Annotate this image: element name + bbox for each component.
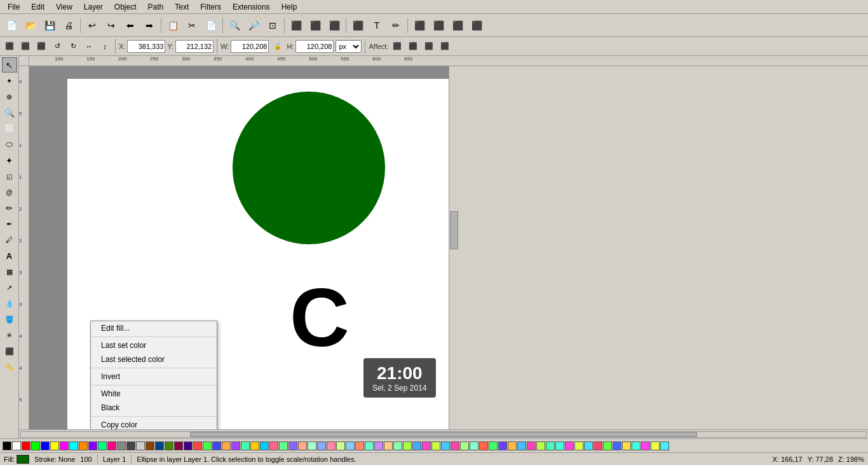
palette-swatch-26[interactable]: [250, 441, 259, 450]
menu-edit[interactable]: Edit: [26, 1, 50, 13]
palette-swatch-35[interactable]: [336, 441, 345, 450]
palette-swatch-1[interactable]: [12, 441, 21, 450]
palette-swatch-18[interactable]: [174, 441, 183, 450]
save-button[interactable]: 💾: [41, 17, 58, 34]
palette-swatch-29[interactable]: [279, 441, 288, 450]
lock-ratio-btn[interactable]: 🔒: [271, 39, 285, 53]
y-input[interactable]: [175, 40, 214, 53]
color-picker-tb-button[interactable]: ⬛: [468, 17, 485, 34]
palette-swatch-17[interactable]: [165, 441, 173, 450]
palette-swatch-8[interactable]: [79, 441, 88, 450]
palette-swatch-49[interactable]: [470, 441, 478, 450]
palette-swatch-0[interactable]: [3, 441, 11, 450]
select-all-btn[interactable]: ⬛: [3, 39, 17, 53]
palette-swatch-25[interactable]: [241, 441, 250, 450]
palette-swatch-58[interactable]: [555, 441, 564, 450]
new-button[interactable]: 📄: [3, 17, 20, 34]
flip-v-btn[interactable]: ↕: [98, 39, 112, 53]
palette-swatch-46[interactable]: [441, 441, 450, 450]
palette-swatch-64[interactable]: [613, 441, 621, 450]
palette-swatch-13[interactable]: [126, 441, 135, 450]
palette-swatch-19[interactable]: [184, 441, 193, 450]
palette-swatch-36[interactable]: [346, 441, 355, 450]
palette-swatch-9[interactable]: [88, 441, 97, 450]
affect-btn4[interactable]: ⬛: [438, 39, 452, 53]
node-tool[interactable]: ✦: [2, 73, 17, 88]
x-input[interactable]: [127, 40, 165, 53]
connector-tool[interactable]: ↗: [2, 280, 17, 295]
cm-black[interactable]: Black: [91, 401, 217, 415]
scrollbar-vertical[interactable]: [449, 66, 869, 429]
palette-swatch-28[interactable]: [269, 441, 278, 450]
h-input[interactable]: [295, 40, 334, 53]
cm-copy-color[interactable]: Copy color: [91, 418, 217, 429]
palette-swatch-3[interactable]: [31, 441, 40, 450]
palette-swatch-23[interactable]: [222, 441, 231, 450]
scrollbar-horizontal[interactable]: [19, 429, 868, 438]
unit-select[interactable]: pxmmcmin: [336, 40, 362, 53]
scrollbar-h-track[interactable]: [20, 431, 867, 438]
text-tool-button[interactable]: ✏: [387, 17, 405, 34]
marker-button[interactable]: ⬛: [410, 17, 428, 34]
select-tool[interactable]: ↖: [2, 57, 17, 73]
palette-swatch-42[interactable]: [403, 441, 412, 450]
spiral-tool[interactable]: @: [2, 184, 17, 200]
tweak-tool[interactable]: ⊕: [2, 89, 17, 104]
transform-button[interactable]: ⬛: [287, 17, 305, 34]
measure-button[interactable]: ⬛: [449, 17, 466, 34]
spray-tool[interactable]: ✳: [2, 328, 17, 343]
palette-swatch-52[interactable]: [498, 441, 507, 450]
fill-color-box[interactable]: [17, 455, 29, 464]
palette-swatch-2[interactable]: [22, 441, 31, 450]
palette-swatch-4[interactable]: [41, 441, 50, 450]
print-button[interactable]: 🖨: [60, 17, 78, 34]
zoom-out-button[interactable]: 🔎: [245, 17, 262, 34]
palette-swatch-68[interactable]: [651, 441, 660, 450]
palette-swatch-51[interactable]: [489, 441, 498, 450]
palette-swatch-39[interactable]: [374, 441, 383, 450]
eraser-tool[interactable]: ⬛: [2, 344, 17, 359]
dropper-tool[interactable]: 💧: [2, 296, 17, 311]
zoom-fit-button[interactable]: ⊡: [264, 17, 281, 34]
palette-swatch-63[interactable]: [603, 441, 612, 450]
palette-swatch-57[interactable]: [546, 441, 555, 450]
forward-button[interactable]: ➡: [140, 17, 158, 34]
palette-swatch-50[interactable]: [479, 441, 488, 450]
palette-swatch-54[interactable]: [517, 441, 526, 450]
affect-btn2[interactable]: ⬛: [406, 39, 420, 53]
star-tool[interactable]: ✦: [2, 153, 17, 168]
undo-button[interactable]: ↩: [83, 17, 101, 34]
circle-c[interactable]: [233, 92, 385, 244]
palette-swatch-40[interactable]: [384, 441, 393, 450]
back-button[interactable]: ⬅: [121, 17, 139, 34]
open-button[interactable]: 📂: [22, 17, 39, 34]
w-input[interactable]: [231, 40, 269, 53]
menu-file[interactable]: File: [3, 1, 25, 13]
cm-edit-fill[interactable]: Edit fill...: [91, 321, 217, 335]
cm-white[interactable]: White: [91, 387, 217, 401]
palette-swatch-21[interactable]: [203, 441, 212, 450]
measure-tool[interactable]: 📏: [2, 359, 17, 375]
palette-swatch-10[interactable]: [98, 441, 107, 450]
palette-swatch-15[interactable]: [146, 441, 154, 450]
scrollbar-h-thumb[interactable]: [190, 432, 697, 437]
palette-swatch-5[interactable]: [50, 441, 59, 450]
text-tool[interactable]: A: [2, 248, 17, 263]
palette-swatch-37[interactable]: [355, 441, 364, 450]
palette-swatch-14[interactable]: [136, 441, 145, 450]
palette-swatch-48[interactable]: [460, 441, 469, 450]
paste-button[interactable]: 📄: [202, 17, 220, 34]
menu-help[interactable]: Help: [276, 1, 302, 13]
palette-swatch-31[interactable]: [298, 441, 307, 450]
3d-box-tool[interactable]: ◱: [2, 169, 17, 184]
rotate-cw-btn[interactable]: ↻: [66, 39, 80, 53]
palette-swatch-61[interactable]: [584, 441, 593, 450]
palette-swatch-65[interactable]: [622, 441, 631, 450]
affect-btn3[interactable]: ⬛: [422, 39, 436, 53]
palette-swatch-7[interactable]: [69, 441, 78, 450]
palette-swatch-59[interactable]: [565, 441, 574, 450]
palette-swatch-56[interactable]: [536, 441, 545, 450]
palette-swatch-27[interactable]: [260, 441, 269, 450]
pencil-tool[interactable]: ✏: [2, 200, 17, 216]
palette-swatch-47[interactable]: [451, 441, 459, 450]
